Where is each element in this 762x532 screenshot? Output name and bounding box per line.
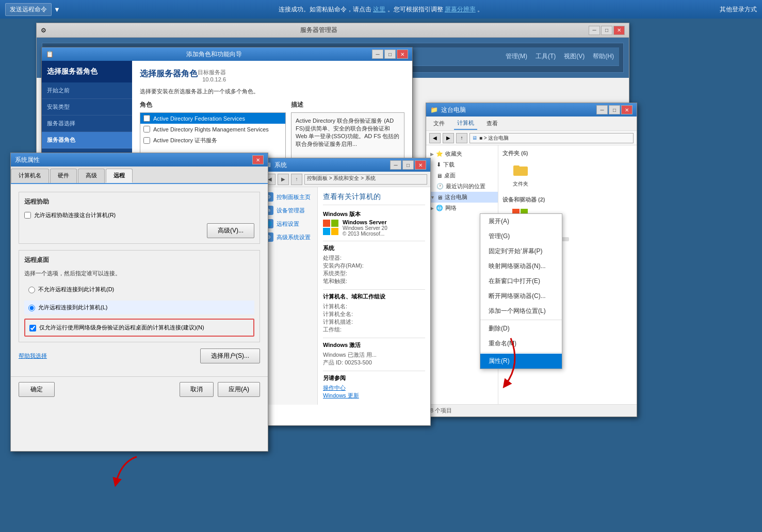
nla-checkbox[interactable] xyxy=(29,325,36,331)
dropdown-arrow[interactable]: ▼ xyxy=(54,6,60,13)
toolbar-view[interactable]: 视图(V) xyxy=(564,52,585,61)
fe-toolbar: ◀ ▶ ↑ 🖥 ■ > 这台电脑 xyxy=(426,131,637,145)
control-panel-window: 🖥 系统 ─ □ ✕ ◀ ▶ ↑ 控制面板 > 系统和安全 > 系统 ⚙ 控制面… xyxy=(261,158,431,426)
nla-checkbox-row: 仅允许运行使用网络级身份验证的远程桌面的计算机连接(建议)(N) xyxy=(24,319,254,337)
ctx-pin-start[interactable]: 固定到'开始'屏幕(P) xyxy=(480,244,562,259)
option1-row[interactable]: 不允许远程连接到此计算机(D) xyxy=(24,282,254,296)
desktop: ⚙ 服务器管理器 ─ □ ✕ 🔄 | 🚩 管理(M) 工具(T) 视图(V) 帮… xyxy=(0,19,762,532)
option2-row[interactable]: 允许远程连接到此计算机(L) xyxy=(24,301,254,314)
sidebar-item-server-select[interactable]: 服务器选择 xyxy=(42,115,132,132)
ctx-add-network-loc[interactable]: 添加一个网络位置(L) xyxy=(480,304,562,319)
cp-title: 系统 xyxy=(274,161,389,170)
fe-tree-desktop[interactable]: 🖥 桌面 xyxy=(426,170,498,181)
fe-tree-network[interactable]: ▶ 🌐 网络 xyxy=(426,203,498,213)
svg-rect-0 xyxy=(323,220,330,227)
tab-remote[interactable]: 远程 xyxy=(106,169,133,183)
tab-advanced[interactable]: 高级 xyxy=(78,169,105,183)
server-manager-close[interactable]: ✕ xyxy=(613,26,625,35)
fe-maximize[interactable]: □ xyxy=(609,105,620,114)
remote-help-checkbox[interactable] xyxy=(24,212,31,219)
advanced-btn[interactable]: 高级(V)... xyxy=(207,223,254,238)
ctx-disconnect[interactable]: 断开网络驱动器(C)... xyxy=(480,289,562,304)
role-checkbox-ad-rms[interactable] xyxy=(143,126,150,132)
red-arrow-ok xyxy=(101,452,142,493)
role-item-ad-fs[interactable]: Active Directory Federation Services xyxy=(140,113,285,124)
toolbar-help[interactable]: 帮助(H) xyxy=(593,52,614,61)
cp-sidebar-remote[interactable]: 🌐 远程设置 xyxy=(264,217,314,230)
ctx-open-new[interactable]: 在新窗口中打开(E) xyxy=(480,274,562,289)
role-checkbox-ad-cs[interactable] xyxy=(143,137,150,144)
cp-sidebar-advanced[interactable]: ⚙ 高级系统设置 xyxy=(264,230,314,244)
link-windows-update[interactable]: Windows 更新 xyxy=(323,392,425,400)
role-item-ad-rms[interactable]: Active Directory Rights Management Servi… xyxy=(140,124,285,135)
wizard-maximize[interactable]: □ xyxy=(384,49,396,59)
cp-minimize[interactable]: ─ xyxy=(390,160,401,170)
option2-radio[interactable] xyxy=(28,305,35,311)
other-login[interactable]: 其他登录方式 xyxy=(720,5,757,14)
fe-tab-view[interactable]: 查看 xyxy=(483,118,501,129)
windows-version-label: Windows 版本 xyxy=(323,210,425,218)
resolution-link[interactable]: 屏幕分辨率 xyxy=(445,6,476,13)
ctx-properties[interactable]: 属性(R) xyxy=(480,354,562,369)
server-manager-maximize[interactable]: □ xyxy=(601,26,612,35)
click-link[interactable]: 这里 xyxy=(373,6,385,13)
fe-tree-favorites[interactable]: ▶ ⭐ 收藏夹 xyxy=(426,148,498,159)
ctx-rename[interactable]: 重命名(M) xyxy=(480,336,562,351)
ok-btn[interactable]: 确定 xyxy=(19,382,55,397)
fe-minimize[interactable]: ─ xyxy=(596,105,608,114)
ctx-delete[interactable]: 删除(D) xyxy=(480,321,562,336)
fe-tree-recent[interactable]: 🕐 最近访问的位置 xyxy=(426,181,498,192)
network-icon: 🌐 xyxy=(436,205,443,211)
fe-up-btn[interactable]: ↑ xyxy=(456,133,467,143)
select-users-btn[interactable]: 选择用户(S)... xyxy=(200,348,260,363)
fe-close[interactable]: ✕ xyxy=(621,105,633,114)
link-action-center[interactable]: 操作中心 xyxy=(323,384,425,392)
connection-text3: 。 xyxy=(477,6,483,13)
sidebar-item-server-roles[interactable]: 服务器角色 xyxy=(42,132,132,148)
ctx-map-drive[interactable]: 映射网络驱动器(N)... xyxy=(480,259,562,274)
fe-tab-computer[interactable]: 计算机 xyxy=(454,117,477,130)
cp-close[interactable]: ✕ xyxy=(415,160,426,170)
cancel-btn[interactable]: 取消 xyxy=(180,382,214,397)
system-type-row: 系统类型: xyxy=(323,270,425,277)
wizard-minimize[interactable]: ─ xyxy=(372,49,383,59)
sys-properties-close[interactable]: ✕ xyxy=(252,155,264,164)
send-remote-command-btn[interactable]: 发送远程命令 xyxy=(5,3,52,16)
cp-maximize[interactable]: □ xyxy=(402,160,414,170)
wizard-close[interactable]: ✕ xyxy=(397,49,408,59)
fe-folder-item[interactable]: 文件夹 xyxy=(502,160,539,190)
computer-name-row: 计算机名: xyxy=(323,303,425,310)
cp-sidebar-device-mgr[interactable]: 🖱 设备管理器 xyxy=(264,204,314,217)
toolbar-tools[interactable]: 工具(T) xyxy=(536,52,556,61)
cp-sidebar-home[interactable]: ⚙ 控制面板主页 xyxy=(264,190,314,204)
cp-sidebar: ⚙ 控制面板主页 🖱 设备管理器 🌐 远程设置 ⚙ 高级系统设置 xyxy=(261,187,318,405)
role-item-ad-cs[interactable]: Active Directory 证书服务 xyxy=(140,135,285,146)
role-checkbox-ad-fs[interactable] xyxy=(143,115,150,122)
top-bar-left: 发送远程命令 ▼ xyxy=(5,3,60,16)
ctx-expand[interactable]: 展开(A) xyxy=(480,214,562,229)
toolbar-manage[interactable]: 管理(M) xyxy=(506,52,527,61)
fe-tree-downloads[interactable]: ⬇ 下载 xyxy=(426,159,498,170)
folder-icon xyxy=(512,162,529,179)
downloads-icon: ⬇ xyxy=(436,161,441,168)
more-links-section: 另请参阅 操作中心 Windows 更新 xyxy=(323,371,425,400)
sidebar-item-install-type[interactable]: 安装类型 xyxy=(42,99,132,115)
cp-up-btn[interactable]: ↑ xyxy=(291,174,302,185)
fe-back-btn[interactable]: ◀ xyxy=(429,133,441,143)
fe-tree-this-pc[interactable]: ▼ 🖥 这台电脑 xyxy=(426,192,498,203)
sidebar-item-start[interactable]: 开始之前 xyxy=(42,82,132,99)
cp-forward-btn[interactable]: ▶ xyxy=(278,174,289,185)
server-manager-minimize[interactable]: ─ xyxy=(589,26,600,35)
ctx-manage[interactable]: 管理(G) xyxy=(480,229,562,244)
fe-forward-btn[interactable]: ▶ xyxy=(443,133,454,143)
option1-radio[interactable] xyxy=(28,287,35,293)
tab-hardware[interactable]: 硬件 xyxy=(50,169,77,183)
apply-btn[interactable]: 应用(A) xyxy=(218,382,260,397)
this-pc-icon: 🖥 xyxy=(437,194,443,201)
wizard-desc: 选择要安装在所选服务器上的一个或多个角色。 xyxy=(140,88,404,95)
help-link[interactable]: 帮助我选择 xyxy=(19,352,47,360)
fe-tab-file[interactable]: 文件 xyxy=(430,118,448,129)
tab-computer-name[interactable]: 计算机名 xyxy=(11,169,49,183)
remote-desktop-title: 远程桌面 xyxy=(24,256,254,264)
system-section: 系统 处理器: 安装内存(RAM): 系统类型: 笔和触摸: xyxy=(323,241,425,285)
